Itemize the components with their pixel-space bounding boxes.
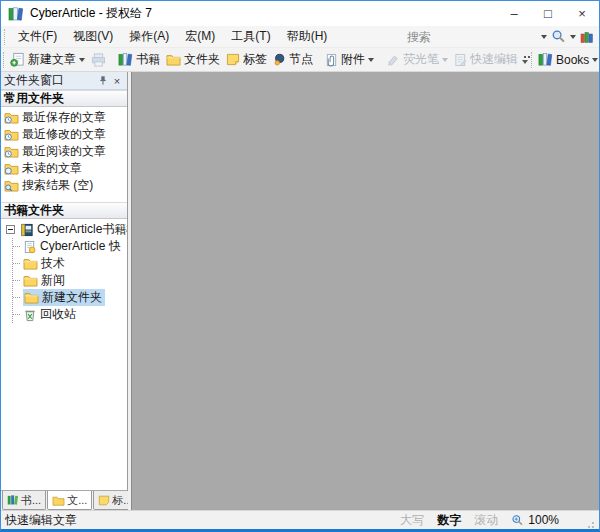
tree-item-label: 新建文件夹: [42, 289, 102, 306]
quick-edit-label: 快速编辑: [470, 51, 518, 68]
tab-books[interactable]: 书...: [2, 491, 46, 510]
list-item-recently-read[interactable]: 最近阅读的文章: [1, 143, 127, 160]
attachment-chevron-down-icon: [368, 58, 374, 62]
tree-root-label: CyberArticle书籍样: [37, 221, 127, 238]
print-button[interactable]: [88, 51, 109, 69]
list-item-label: 最近阅读的文章: [22, 143, 106, 160]
folder-clock-icon: [4, 128, 19, 141]
tree-children: CyberArticle 快 技术: [12, 238, 127, 323]
menu-grip: [4, 29, 8, 45]
highlighter-button[interactable]: 荧光笔: [383, 49, 451, 70]
search-input[interactable]: [407, 30, 537, 44]
menu-view[interactable]: 视图(V): [65, 26, 121, 47]
panel-title: 文件夹窗口: [4, 72, 96, 89]
main-toolbar: 新建文章 书籍: [1, 48, 599, 72]
node-icon: [273, 53, 286, 66]
book-folder-tree: CyberArticle书籍样 CyberArticle 快: [1, 219, 127, 490]
book-icon: [20, 223, 34, 237]
section-common-folders: 常用文件夹: [1, 90, 127, 107]
printer-icon: [91, 53, 106, 67]
attachment-icon: [325, 53, 338, 67]
zoom-icon[interactable]: [511, 514, 524, 527]
status-bar: 快速编辑文章 大写 数字 滚动 100%: [1, 510, 599, 529]
highlighter-label: 荧光笔: [403, 51, 439, 68]
folder-clock-icon: [4, 145, 19, 158]
highlighter-chevron-down-icon: [442, 58, 448, 62]
app-window: CyberArticle - 授权给 7 – □ × 文件(F) 视图(V) 操…: [0, 0, 600, 532]
tree-root-row[interactable]: CyberArticle书籍样: [1, 221, 127, 238]
tree-item-tech[interactable]: 技术: [13, 255, 127, 272]
folder-clock-icon: [4, 162, 19, 175]
advanced-search-icon[interactable]: [580, 30, 594, 44]
scroll-lock-indicator: 滚动: [474, 512, 498, 529]
folder-icon: [23, 257, 38, 270]
tag-label: 标签: [243, 51, 267, 68]
folders-panel: 文件夹窗口 × 常用文件夹: [1, 72, 128, 510]
panel-header: 文件夹窗口 ×: [1, 72, 127, 90]
section-books-title: 书籍文件夹: [4, 202, 64, 219]
search-options-chevron-down-icon[interactable]: [570, 35, 576, 39]
minimize-button[interactable]: –: [497, 1, 531, 26]
books-label: 书籍: [136, 51, 160, 68]
tree-item-new-folder[interactable]: 新建文件夹: [13, 289, 127, 306]
window-title: CyberArticle - 授权给 7: [30, 5, 152, 22]
node-button[interactable]: 节点: [270, 49, 316, 70]
close-button[interactable]: ×: [565, 1, 599, 26]
highlighter-icon: [386, 53, 400, 66]
tab-folders[interactable]: 文...: [47, 491, 92, 510]
menu-action[interactable]: 操作(A): [121, 26, 177, 47]
new-article-label: 新建文章: [28, 51, 76, 68]
sidebar-tab-strip: 书... 文... 标...: [1, 490, 127, 510]
panel-close-icon[interactable]: ×: [110, 75, 124, 87]
tree-item-quickstart[interactable]: CyberArticle 快: [13, 238, 127, 255]
section-book-folders: 书籍文件夹: [1, 202, 127, 219]
node-label: 节点: [289, 51, 313, 68]
toolbar-overflow-button[interactable]: [522, 50, 528, 70]
zoom-level[interactable]: 100%: [528, 513, 559, 527]
folder-label: 文件夹: [184, 51, 220, 68]
folder-icon: [24, 291, 39, 304]
menu-help[interactable]: 帮助(H): [279, 26, 336, 47]
section-common-title: 常用文件夹: [4, 90, 64, 107]
books-selector-label: Books: [556, 53, 589, 67]
new-article-icon: [10, 52, 25, 67]
attachment-button[interactable]: 附件: [322, 49, 377, 70]
folder-icon: [166, 53, 181, 66]
new-article-button[interactable]: 新建文章: [7, 49, 88, 70]
menu-tools[interactable]: 工具(T): [223, 26, 278, 47]
quick-edit-button[interactable]: 快速编辑: [451, 49, 521, 70]
folder-icon: [23, 274, 38, 287]
search-zone: [407, 29, 599, 44]
folder-button[interactable]: 文件夹: [163, 49, 223, 70]
books-button[interactable]: 书籍: [115, 49, 163, 70]
maximize-button[interactable]: □: [531, 1, 565, 26]
tab-folders-label: 文...: [67, 493, 87, 508]
new-article-chevron-down-icon: [79, 58, 85, 62]
num-lock-indicator: 数字: [437, 512, 461, 529]
pin-icon[interactable]: [96, 75, 110, 86]
menu-macro[interactable]: 宏(M): [177, 26, 223, 47]
list-item-label: 未读的文章: [22, 160, 82, 177]
caps-lock-indicator: 大写: [400, 512, 424, 529]
collapse-expander-icon[interactable]: [6, 225, 15, 234]
list-item-label: 最近修改的文章: [22, 126, 106, 143]
quick-edit-icon: [454, 53, 467, 67]
tag-button[interactable]: 标签: [223, 49, 270, 70]
list-item-unread[interactable]: 未读的文章: [1, 160, 127, 177]
resize-grip[interactable]: [585, 519, 595, 529]
folder-icon: [52, 495, 65, 506]
article-icon: [23, 240, 37, 254]
tree-item-news[interactable]: 新闻: [13, 272, 127, 289]
selected-tree-item[interactable]: 新建文件夹: [23, 289, 105, 306]
search-icon[interactable]: [551, 29, 566, 44]
menu-bar: 文件(F) 视图(V) 操作(A) 宏(M) 工具(T) 帮助(H): [1, 26, 599, 48]
tree-item-recycle-bin[interactable]: 回收站: [13, 306, 127, 323]
list-item-recently-saved[interactable]: 最近保存的文章: [1, 109, 127, 126]
menu-file[interactable]: 文件(F): [10, 26, 65, 47]
search-scope-chevron-down-icon[interactable]: [541, 35, 547, 39]
list-item-recently-modified[interactable]: 最近修改的文章: [1, 126, 127, 143]
list-item-search-results[interactable]: 搜索结果 (空): [1, 177, 127, 194]
books-selector-button[interactable]: Books: [535, 50, 600, 69]
status-message: 快速编辑文章: [5, 512, 77, 529]
list-item-label: 搜索结果 (空): [22, 177, 93, 194]
